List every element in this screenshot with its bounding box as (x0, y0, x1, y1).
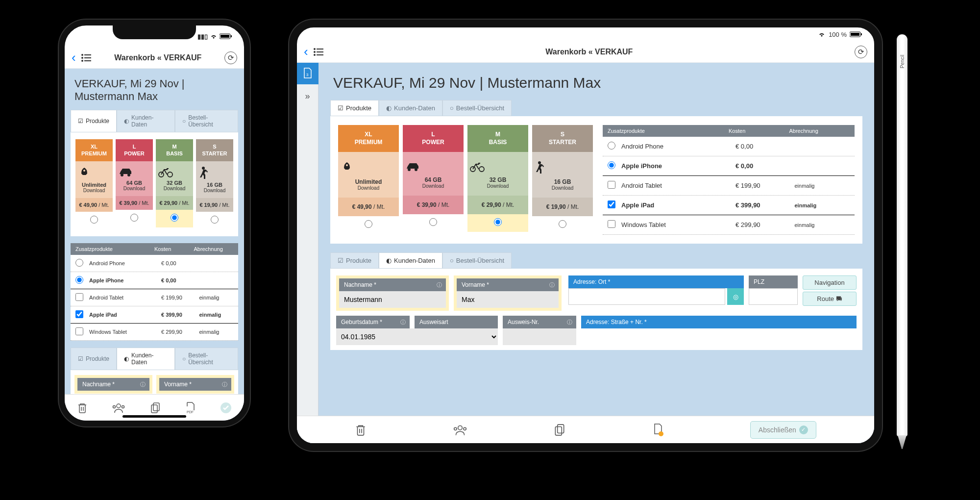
tab-customer[interactable]: ◐Kunden-Daten (379, 100, 442, 116)
addon-checkbox[interactable] (608, 200, 615, 208)
walk-icon (534, 161, 591, 175)
trash-button[interactable] (77, 402, 88, 414)
plan-power: LPOWER64 GBDownload€ 39,90 / Mt. (116, 139, 153, 229)
plan-radio[interactable] (211, 216, 219, 224)
refresh-button[interactable]: ⟳ (224, 51, 237, 64)
bike-icon (469, 161, 526, 173)
info-icon[interactable]: ⓘ (549, 281, 555, 289)
svg-point-35 (538, 161, 541, 164)
addon-checkbox[interactable] (75, 293, 83, 301)
addon-billing: einmalig (199, 295, 234, 300)
svg-point-10 (127, 174, 130, 176)
plan-radio[interactable] (494, 218, 502, 226)
addon-checkbox[interactable] (75, 327, 83, 335)
svg-point-9 (121, 174, 123, 176)
people-button[interactable] (112, 402, 125, 413)
navigation-button[interactable]: Navigation (803, 275, 857, 290)
location-button[interactable]: ◎ (727, 288, 744, 305)
copy-button[interactable] (554, 424, 565, 436)
people-button[interactable] (453, 424, 467, 436)
plan-premium: XLPREMIUMUnlimitedDownload€ 49,90 / Mt. (338, 125, 399, 234)
tab-summary[interactable]: ○Bestell-Übersicht (442, 100, 512, 116)
tab-customer-2[interactable]: ◐Kunden-Daten (117, 348, 175, 370)
check-icon: ✓ (799, 425, 808, 434)
list-icon[interactable] (81, 53, 92, 62)
info-icon[interactable]: ⓘ (222, 380, 227, 388)
tab-products-2[interactable]: ☑Produkte (330, 252, 379, 269)
svg-rect-22 (851, 33, 859, 36)
idnum-input[interactable] (503, 328, 576, 345)
firstname-group: Vorname *ⓘ (454, 275, 562, 311)
zip-input[interactable] (749, 288, 798, 305)
tab-products[interactable]: ☑Produkte (71, 110, 117, 132)
ipad-sidebar: 3 » (297, 63, 318, 443)
doc-badge[interactable]: 3 (297, 63, 318, 84)
addon-radio[interactable] (608, 142, 615, 150)
lastname-group: Nachname *ⓘ (336, 275, 449, 311)
rocket-icon (340, 161, 397, 175)
addon-name: Android Tablet (621, 182, 732, 189)
lastname-input[interactable] (339, 291, 446, 308)
addon-name: Apple iPad (621, 201, 732, 209)
firstname-input[interactable] (457, 291, 559, 308)
info-icon[interactable]: ⓘ (140, 380, 146, 388)
tab-customer-2[interactable]: ◐Kunden-Daten (379, 252, 442, 269)
ipad-device: 100 % ‹ Warenkorb « VERKAUF ⟳ 3 » VERKAU… (289, 20, 882, 451)
list-icon[interactable] (313, 48, 324, 56)
city-input[interactable] (568, 288, 725, 305)
addon-radio[interactable] (75, 276, 83, 284)
svg-point-38 (464, 427, 466, 430)
pencil-label: Pencil (900, 55, 905, 68)
plan-radio[interactable] (365, 220, 372, 228)
firstname-label: Vorname *ⓘ (457, 278, 559, 291)
phone-tabs-1: ☑Produkte ◐Kunden-Daten ○Bestell-Übersic… (65, 110, 244, 132)
addon-name: Apple iPad (89, 312, 157, 318)
done-button[interactable]: Abschließen ✓ (750, 421, 816, 439)
ipad-tabs-2: ☑Produkte ◐Kunden-Daten ○Bestell-Übersic… (318, 252, 874, 269)
plan-radio-wrap (532, 216, 593, 234)
lastname-label: Nachname *ⓘ (339, 278, 446, 291)
route-button[interactable]: Route ⛟ (803, 292, 857, 306)
tab-summary[interactable]: ○Bestell-Übersicht (175, 110, 238, 132)
addon-checkbox[interactable] (608, 220, 615, 228)
svg-rect-27 (317, 51, 323, 52)
tab-customer[interactable]: ◐Kunden-Daten (117, 110, 175, 132)
addon-radio[interactable] (75, 259, 83, 267)
plan-radio[interactable] (429, 218, 437, 226)
info-icon[interactable]: ⓘ (400, 319, 406, 326)
tab-products-2[interactable]: ☑Produkte (71, 348, 117, 370)
addon-billing: einmalig (795, 202, 850, 208)
tab-products[interactable]: ☑Produkte (330, 100, 379, 116)
svg-point-16 (122, 405, 124, 408)
plan-radio[interactable] (559, 220, 566, 228)
copy-button[interactable] (150, 402, 161, 414)
lastname-group: Nachname *ⓘ (74, 375, 152, 394)
addon-row: Apple iPad€ 399,90einmalig (71, 306, 238, 324)
info-icon[interactable]: ⓘ (567, 319, 572, 326)
plan-body: 64 GBDownload (116, 161, 153, 196)
addon-cost: € 0,00 (161, 260, 196, 266)
addon-checkbox[interactable] (608, 181, 615, 189)
file-status-button[interactable] (652, 423, 664, 437)
wifi-icon (210, 33, 218, 39)
trash-button[interactable] (355, 424, 367, 436)
plan-radio[interactable] (130, 214, 138, 222)
lastname-label: Nachname *ⓘ (77, 378, 149, 391)
expand-button[interactable]: » (305, 91, 310, 101)
addon-checkbox[interactable] (75, 310, 83, 318)
check-button[interactable] (220, 402, 232, 414)
back-button[interactable]: ‹ (72, 50, 76, 65)
refresh-button[interactable]: ⟳ (855, 46, 867, 58)
pdf-button[interactable]: PDF (185, 401, 196, 414)
addons-ipad: Zusatzprodukte Kosten Abrechnung Android… (603, 125, 855, 235)
back-button[interactable]: ‹ (304, 44, 308, 59)
tab-summary-2[interactable]: ○Bestell-Übersicht (442, 252, 512, 269)
idtype-select[interactable] (415, 328, 498, 345)
plan-radio[interactable] (171, 214, 178, 222)
info-icon[interactable]: ⓘ (437, 281, 442, 289)
addon-row: Windows Tablet€ 299,90einmalig (603, 215, 855, 235)
home-indicator[interactable] (122, 415, 186, 418)
tab-summary-2[interactable]: ○Bestell-Übersicht (175, 348, 238, 370)
addon-radio[interactable] (608, 161, 615, 169)
plan-radio[interactable] (90, 216, 98, 224)
